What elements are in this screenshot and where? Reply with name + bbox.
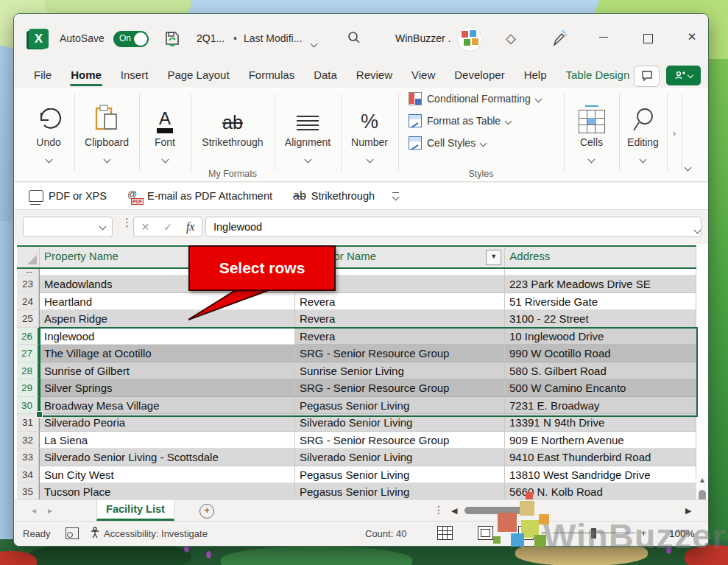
row-number[interactable]: 32	[17, 432, 39, 449]
tab-developer[interactable]: Developer	[445, 63, 514, 88]
cell-styles-button[interactable]: Cell Styles	[398, 132, 564, 154]
scroll-left-icon[interactable]: ◀	[451, 506, 457, 516]
cell-property-name[interactable]: Broadway Mesa Village	[39, 397, 295, 415]
row-number[interactable]: 26	[17, 328, 39, 345]
new-sheet-button[interactable]: +	[199, 504, 214, 519]
minimize-button[interactable]	[593, 30, 615, 48]
cell-address[interactable]: 500 W Camino Encanto	[505, 379, 696, 397]
zoom-slider[interactable]	[553, 533, 635, 533]
share-button[interactable]	[666, 66, 701, 85]
expand-formula-bar-icon[interactable]	[695, 222, 700, 236]
zoom-level[interactable]: 100%	[669, 528, 695, 539]
clipboard-group[interactable]: Clipboard	[74, 88, 139, 181]
cell-operator-name[interactable]: Revera	[295, 328, 505, 345]
macro-record-icon[interactable]	[66, 527, 79, 539]
cell-operator-name[interactable]: Pegasus Senior Living	[295, 397, 505, 415]
row-number[interactable]: 23	[17, 276, 39, 293]
cell-address[interactable]: 580 S. Gilbert Road	[505, 362, 696, 380]
tab-formulas[interactable]: Formulas	[239, 63, 305, 88]
tab-home[interactable]: Home	[61, 63, 111, 88]
save-icon[interactable]	[164, 30, 180, 46]
number-group[interactable]: % Number	[341, 88, 398, 181]
sheet-nav-arrows[interactable]: ◂▸	[32, 505, 64, 516]
scroll-up-icon[interactable]: ▲	[696, 476, 708, 484]
alignment-group[interactable]: Alignment	[275, 88, 341, 181]
row-number[interactable]: 34	[17, 466, 39, 484]
cell-operator-name[interactable]: Silverado Senior Living	[295, 414, 505, 432]
filter-dropdown-icon[interactable]: ▼	[486, 250, 501, 265]
confirm-entry-icon[interactable]: ✓	[163, 221, 172, 233]
cell-property-name[interactable]: Silverado Senior Living - Scottsdale	[39, 449, 295, 466]
tab-view[interactable]: View	[402, 63, 445, 88]
maximize-button[interactable]	[637, 30, 659, 48]
cells-chevron-icon[interactable]	[588, 156, 596, 164]
cell-operator-name[interactable]: Silverado Senior Living	[295, 449, 505, 466]
zoom-in-button[interactable]: +	[641, 527, 647, 538]
cell-property-name[interactable]: The Village at Ocotillo	[39, 345, 295, 362]
title-chevron-down-icon[interactable]	[311, 36, 317, 49]
cells-group[interactable]: Cells	[564, 88, 619, 181]
cell-address[interactable]: 13391 N 94th Drive	[505, 414, 696, 432]
cell-address[interactable]: 223 Park Meadows Drive SE	[505, 276, 696, 293]
page-break-view-icon[interactable]	[518, 526, 534, 540]
horizontal-scroll-thumb[interactable]	[464, 507, 534, 514]
formula-bar-grip[interactable]: ⋮	[121, 216, 132, 229]
undo-group[interactable]: Undo	[23, 88, 74, 181]
row-number[interactable]: 24	[17, 293, 39, 311]
row-number[interactable]: 30	[17, 397, 39, 415]
undo-chevron-icon[interactable]	[45, 156, 52, 164]
font-chevron-icon[interactable]	[161, 156, 169, 164]
row-number[interactable]: 25	[17, 310, 39, 328]
qat-overflow-icon[interactable]	[392, 192, 399, 200]
cell-operator-name[interactable]: SRG - Senior Resource Group	[295, 432, 505, 449]
autosave-toggle[interactable]: On	[113, 31, 149, 47]
cell-property-name[interactable]: Sunrise of Gilbert	[39, 362, 295, 380]
cell-operator-name[interactable]: Pegasus Senior Living	[295, 466, 505, 484]
number-chevron-icon[interactable]	[366, 156, 373, 164]
tab-insert[interactable]: Insert	[111, 63, 158, 88]
cell-address[interactable]: 990 W Ocotillo Road	[505, 345, 696, 362]
zoom-out-button[interactable]: −	[541, 527, 547, 538]
cell-address[interactable]: 51 Riverside Gate	[505, 293, 696, 311]
editing-chevron-icon[interactable]	[640, 156, 647, 164]
row-number[interactable]: 33	[17, 449, 39, 466]
conditional-formatting-button[interactable]: Conditional Formatting	[398, 88, 564, 110]
insert-function-button[interactable]: fx	[186, 220, 195, 234]
clipboard-chevron-icon[interactable]	[103, 156, 110, 164]
name-box-chevron-icon[interactable]	[99, 223, 107, 231]
row-number[interactable]: 29	[17, 379, 39, 397]
account-avatar[interactable]	[457, 27, 482, 52]
page-layout-view-icon[interactable]	[478, 526, 493, 540]
sheetbar-grip[interactable]: ⋮	[434, 504, 444, 516]
cell-address[interactable]: 5660 N. Kolb Road	[505, 483, 696, 501]
excel-logo-icon[interactable]: X	[29, 29, 49, 49]
sheet-tab-facility-list[interactable]: Facility List	[96, 500, 174, 521]
email-pdf-button[interactable]: @PDF E-mail as PDF Attachment	[127, 190, 272, 203]
cell-property-name[interactable]: Silver Springs	[39, 379, 295, 397]
cell-address[interactable]: 7231 E. Broadway	[505, 397, 696, 415]
row-number[interactable]: 35	[17, 483, 39, 501]
qat-strikethrough-button[interactable]: ab Strikethrough	[293, 189, 375, 203]
cell-address[interactable]: 9410 East Thunderbird Road	[505, 449, 696, 466]
document-title[interactable]: 2Q1...	[197, 32, 225, 44]
tab-review[interactable]: Review	[347, 63, 402, 88]
cell-address[interactable]: 909 E Northern Avenue	[505, 432, 696, 449]
cell-address[interactable]: 13810 West Sandridge Drive	[505, 466, 696, 484]
cell-operator-name[interactable]: Revera	[295, 293, 505, 311]
close-button[interactable]: ✕	[681, 30, 703, 48]
cell-property-name[interactable]: Inglewood	[39, 328, 295, 345]
coach-diamond-icon[interactable]: ◇	[506, 30, 516, 46]
comments-button[interactable]	[634, 66, 660, 87]
pdf-or-xps-button[interactable]: PDF or XPS	[29, 190, 107, 202]
cell-operator-name[interactable]: Sunrise Senior Living	[295, 362, 505, 380]
document-status[interactable]: Last Modifi...	[244, 32, 302, 44]
cell-address[interactable]: 3100 - 22 Street	[505, 310, 696, 328]
cell-property-name[interactable]: Tucson Place	[39, 483, 295, 501]
pen-sparkle-icon[interactable]	[550, 30, 568, 48]
tab-table-design[interactable]: Table Design	[556, 63, 640, 88]
cell-property-name[interactable]: La Siena	[39, 432, 295, 449]
alignment-chevron-icon[interactable]	[304, 156, 311, 164]
header-address[interactable]: Address	[505, 247, 696, 267]
formula-input[interactable]: Inglewood	[205, 217, 702, 237]
row-number[interactable]: 28	[17, 362, 39, 380]
